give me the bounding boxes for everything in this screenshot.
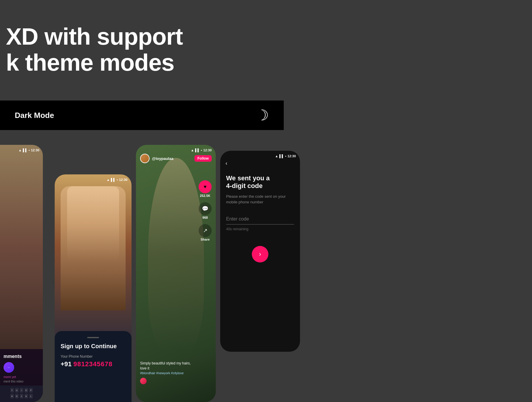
phone1-avatar-row: ·· [4,362,39,373]
otp-title: We sent you a 4-digit code [226,174,294,190]
otp-title-line1: We sent you a [226,174,270,182]
key-l[interactable]: L [29,394,33,398]
hero-line2: k theme modes [6,50,183,76]
otp-code-input[interactable] [226,214,294,225]
key-k[interactable]: K [25,394,28,398]
phone2-status-bar: ▲ ▌▌ ▪ 12:30 [106,178,127,181]
key-o[interactable]: O [25,388,28,393]
phone3-follow-button[interactable]: Follow [194,155,212,162]
country-code: +91 [61,360,72,368]
phone3-user-row: @loypaulaa [140,154,173,163]
phone2-signup-panel: Sign up to Continue Your Phone Number +9… [55,331,132,402]
hero-line1: XD with support [6,24,183,50]
caption-text: Simply beautiful styled my hairs, love i… [140,361,195,371]
phone3-avatar [140,154,150,163]
share-button[interactable]: ↗ Share [199,224,212,241]
key-y[interactable]: Y [10,388,14,393]
dark-mode-bar: Dark Mode ☽ [0,100,284,130]
moon-icon: ☽ [256,107,269,124]
comment-count: 968 [202,216,208,219]
phone-signup: ▲ ▌▌ ▪ 12:30 Sign up to Continue Your Ph… [55,174,132,402]
phone1-sub-comment: ment this video [4,380,39,383]
like-count: 252.5K [200,194,210,197]
phone3-caption: Simply beautiful styled my hairs, love i… [140,361,195,384]
phone1-comments-title: mments [4,354,39,359]
keyboard-row-2: H G J K L [1,394,42,398]
phone4-battery-icon: ▪ [285,154,286,158]
phone-social: ▲ ▌▌ ▪ 12:30 @loypaulaa Follow ♥ 252.5K … [136,145,216,402]
hero-section: XD with support k theme modes [6,24,183,76]
phone3-username: @loypaulaa [152,156,173,161]
avatar-dots: ·· [4,362,14,373]
mini-avatar [140,378,147,384]
share-icon: ↗ [199,224,212,237]
phone3-battery-icon: ▪ [201,148,202,152]
phone1-status-bar: ▲ ▌▌ ▪ 12:30 [18,148,39,152]
like-button[interactable]: ♥ 252.5K [199,180,212,197]
dark-mode-label: Dark Mode [15,111,54,120]
phone4-signal-icon: ▌▌ [279,154,284,158]
phones-showcase: ▲ ▌▌ ▪ 12:30 mments ·· ment yet ment thi… [0,145,532,402]
otp-title-line2: 4-digit code [226,182,262,189]
person-silhouette-2 [61,186,126,310]
phone-field-label: Your Phone Number [61,354,126,359]
otp-subtitle: Please enter the code sent on your mobil… [226,194,294,205]
phone1-no-comment: ment yet [4,375,39,379]
otp-next-button[interactable]: › [252,246,268,262]
signup-title: Sign up to Continue [61,343,126,350]
comment-icon: 💬 [199,202,212,215]
otp-remaining: 40s remaining [226,227,294,231]
key-j[interactable]: J [20,394,23,398]
comment-button[interactable]: 💬 968 [199,202,212,219]
phone-otp: ▲ ▌▌ ▪ 12:30 ‹ We sent you a 4-digit cod… [220,151,300,352]
phone3-wifi-icon: ▲ [191,148,194,152]
caption-tags: #blondhair #newyork #citylove [140,371,195,375]
wifi-icon: ▲ [18,148,22,152]
keyboard-row-1: Y U I O P [1,388,42,393]
heart-icon: ♥ [199,180,212,193]
phone3-signal-icon: ▌▌ [195,148,200,152]
phone1-keyboard: Y U I O P H G J K L [0,385,43,402]
phone2-wifi-icon: ▲ [106,178,110,181]
key-p[interactable]: P [29,388,33,393]
signal-icon: ▌▌ [23,148,27,152]
back-button[interactable]: ‹ [226,160,227,166]
phone2-time: 12:30 [119,178,127,181]
user-tag-row [140,378,195,384]
phone2-battery-icon: ▪ [117,178,118,181]
phone3-header: @loypaulaa Follow [140,154,212,163]
battery-icon: ▪ [29,148,30,152]
phone4-content: We sent you a 4-digit code Please enter … [226,174,294,262]
key-u[interactable]: U [15,388,19,393]
key-g[interactable]: G [15,394,19,398]
phone2-signal-icon: ▌▌ [111,178,116,181]
phone4-wifi-icon: ▲ [275,154,278,158]
phone4-time: 12:30 [288,154,296,158]
share-label: Share [201,238,210,241]
drag-indicator [87,337,99,338]
phone3-actions: ♥ 252.5K 💬 968 ↗ Share [199,180,212,241]
phone4-status-bar: ▲ ▌▌ ▪ 12:30 [275,154,296,158]
phone-number-row: +91 9812345678 [61,360,126,368]
phone1-time: 12:30 [31,148,39,152]
key-h[interactable]: H [10,394,14,398]
phone3-time: 12:30 [203,148,212,152]
phone-number: 9812345678 [73,360,112,368]
phone-comments: ▲ ▌▌ ▪ 12:30 mments ·· ment yet ment thi… [0,145,43,402]
key-i[interactable]: I [20,388,23,393]
phone3-status-bar: ▲ ▌▌ ▪ 12:30 [191,148,212,152]
